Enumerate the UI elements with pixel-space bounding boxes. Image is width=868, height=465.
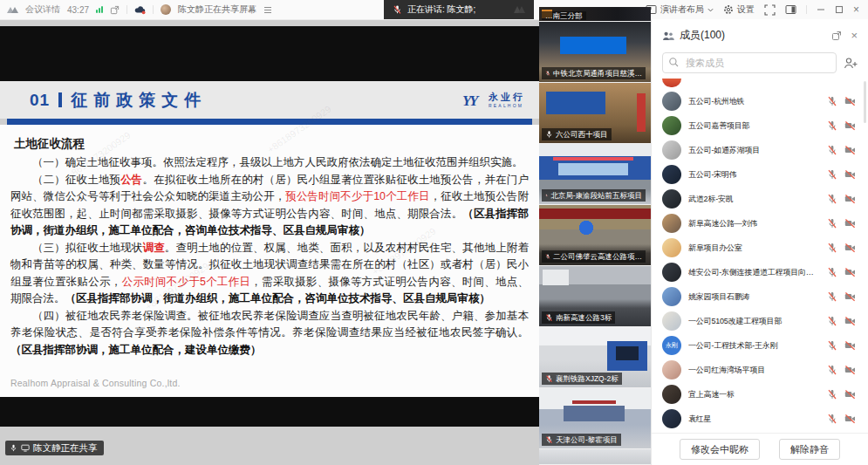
member-avatar (662, 214, 681, 233)
video-thumbnail[interactable]: 天津公司-黎霍项目 (539, 388, 651, 448)
mic-muted-icon (545, 130, 553, 139)
member-row[interactable]: 武道2标-安凯 (652, 187, 868, 211)
member-avatar (662, 360, 681, 380)
member-row[interactable]: 宜上高速一标 (652, 382, 868, 407)
member-row[interactable]: 雄安公司-东侧连接通道工程项目向志良 (652, 260, 868, 284)
slide-paragraphs: （一）确定土地征收事项。依照法定程序，县级以上地方人民政府依法确定土地征收范围并… (10, 154, 529, 359)
member-row[interactable]: 永刚 一公司-工程技术部-王永刚 (652, 333, 868, 358)
slide-text-segment: （四）被征地农民养老保险调查。被征地农民养老保险调查应当查明被征地农民年龄、户籍… (10, 310, 529, 339)
list-menu-icon[interactable] (263, 6, 272, 14)
member-name: 一公司5105改建工程项目部 (688, 316, 820, 327)
member-name: 五公司-如通苏湖项目 (688, 145, 820, 156)
slide-text-segment: （区县指挥部协调，街道办组织，施工单位配合，咨询单位技术指导、区县自规局审核） (65, 292, 491, 304)
member-row[interactable]: 新阜项目办公室 (652, 236, 868, 260)
video-thumbnail[interactable]: 南新高速公路3标 (539, 266, 651, 326)
member-row[interactable]: 新阜高速公路—刘伟 (652, 211, 868, 236)
thumbnail-label: 北京局-康渝段站前五标项目 (542, 189, 646, 202)
video-thumbnail[interactable]: …南三分部 (539, 7, 651, 21)
camera-off-icon (844, 414, 856, 424)
title-underline-bar (7, 119, 532, 125)
slide-text-segment: （二）征收土地预 (32, 174, 120, 186)
rename-button[interactable]: 修改会中昵称 (680, 439, 760, 460)
cloud-recording-icon[interactable] (134, 4, 146, 15)
layout-selector[interactable]: 演讲者布局 (646, 3, 714, 16)
member-row[interactable]: 五公司-杭州地铁 (652, 89, 868, 113)
member-row[interactable]: 袁红星 (652, 407, 868, 431)
meeting-window: 会议详情 43:27 陈文静正在共享屏幕 (0, 0, 868, 465)
mic-muted-icon (545, 252, 550, 261)
camera-off-icon (844, 145, 856, 155)
meeting-timer: 43:27 (67, 5, 89, 15)
meeting-app-logo-icon (7, 7, 18, 13)
popout-panel-icon[interactable] (831, 31, 842, 41)
add-member-icon[interactable] (844, 57, 858, 70)
mic-muted-icon (827, 340, 837, 351)
divider (126, 5, 127, 14)
member-avatar (662, 311, 681, 331)
popout-window-icon[interactable] (110, 5, 120, 15)
close-panel-icon[interactable]: × (851, 30, 858, 41)
fullscreen-icon[interactable] (764, 4, 776, 16)
chevron-down-icon (707, 8, 714, 12)
video-thumbnail[interactable]: 中铁北京局通甬项目慈溪… (539, 22, 651, 82)
member-name: 雄安公司-东侧连接通道工程项目向志良 (688, 267, 820, 278)
member-row[interactable]: 姚家园项目石鹏涛 (652, 284, 868, 309)
member-avatar (662, 140, 681, 160)
mic-muted-icon (827, 169, 837, 180)
thumbnail-label: 天津公司-黎霍项目 (542, 434, 621, 446)
search-icon (668, 57, 680, 68)
member-avatar (662, 287, 681, 306)
watermark-logo-icon (514, 6, 525, 13)
members-search-row (652, 46, 868, 78)
unmute-button[interactable]: 解除静音 (779, 439, 840, 460)
maximize-button[interactable] (835, 5, 844, 14)
settings-button[interactable]: 设置 (723, 3, 755, 16)
speaking-status-text: 正在讲话: 陈文静; (407, 3, 475, 16)
meeting-details-button[interactable]: 会议详情 (25, 3, 60, 16)
camera-off-icon (844, 365, 856, 375)
thumbnail-label-text: 二公司佛肇云高速公路项… (553, 253, 642, 261)
thumbnail-strip: …南三分部 中铁北京局通甬项目慈溪… 六公司西十项目 (539, 7, 651, 465)
slide-body: 土地征收流程 （一）确定土地征收事项。依照法定程序，县级以上地方人民政府依法确定… (0, 125, 539, 397)
slide-paragraph: （四）被征地农民养老保险调查。被征地农民养老保险调查应当查明被征地农民年龄、户籍… (10, 308, 529, 359)
thumbnail-label-text: …南三分部 (545, 12, 583, 20)
sharing-badge-text: 陈文静正在共享 (33, 442, 98, 455)
member-avatar (662, 92, 681, 111)
mic-muted-icon (393, 4, 402, 15)
thumbnail-label: 二公司佛肇云高速公路项… (542, 250, 646, 263)
member-row[interactable]: 五公司-宋明伟 (652, 162, 868, 187)
mic-muted-icon (827, 316, 837, 326)
title-separator (58, 92, 62, 107)
member-avatar-partial (662, 79, 681, 87)
realhom-logo-icon: Y Y (462, 92, 485, 108)
video-thumbnail[interactable]: 襄荆铁路XJZQ-2标 (539, 327, 651, 387)
slide-text-segment: 公告 (120, 174, 142, 186)
mic-muted-icon (827, 414, 837, 424)
presenter-sharing-status: 陈文静正在共享屏幕 (178, 3, 256, 16)
video-thumbnail[interactable]: 北京局-康渝段站前五标项目 (539, 144, 651, 204)
member-row[interactable]: 一公司5105改建工程项目部 (652, 309, 868, 333)
member-avatar (662, 238, 681, 257)
camera-off-icon (844, 218, 856, 229)
member-name: 一公司-工程技术部-王永刚 (688, 340, 820, 352)
member-row[interactable]: 一公司红海湾场平项目 (652, 358, 868, 382)
member-avatar (662, 263, 681, 282)
member-row[interactable]: 五公司-如通苏湖项目 (652, 138, 868, 162)
speaking-indicator-bar: 正在讲话: 陈文静; (384, 0, 534, 19)
mic-muted-icon (545, 374, 553, 383)
video-thumbnail[interactable]: 六公司西十项目 (539, 83, 651, 143)
side-panel-toggle-icon[interactable] (785, 4, 796, 15)
close-button[interactable]: × (853, 4, 859, 15)
member-row[interactable]: 五公司嘉善项目部 (652, 113, 868, 138)
slide-title: 征前政策文件 (71, 89, 207, 112)
minimize-button[interactable] (817, 5, 825, 14)
mic-muted-icon (827, 120, 837, 131)
mic-muted-icon (827, 218, 837, 229)
members-scrollbar[interactable] (864, 81, 866, 123)
member-avatar (662, 189, 681, 209)
search-members-input[interactable] (662, 52, 837, 73)
video-thumbnail[interactable]: 二公司佛肇云高速公路项… (539, 205, 651, 265)
video-thumbnail[interactable] (539, 449, 651, 464)
members-panel: 成员(100) × (651, 19, 868, 465)
mic-muted-icon (827, 96, 837, 106)
